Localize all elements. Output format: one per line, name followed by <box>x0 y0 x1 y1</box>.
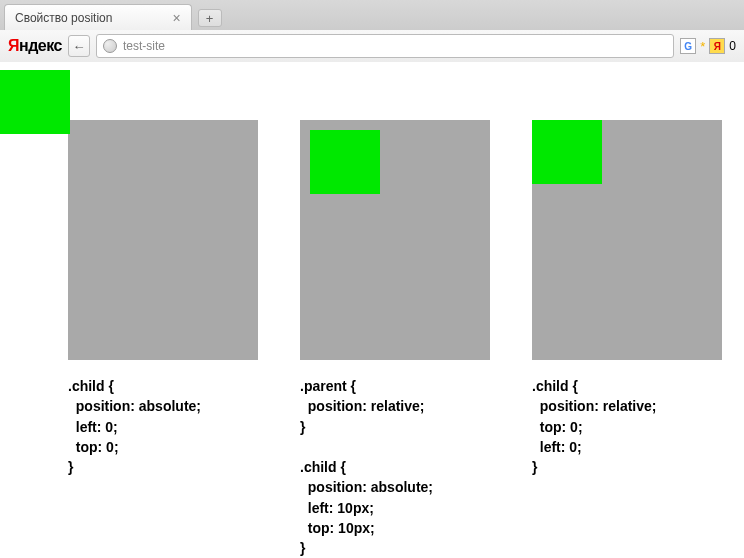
browser-tab[interactable]: Свойство position × <box>4 4 192 30</box>
back-button[interactable]: ← <box>68 35 90 57</box>
new-tab-button[interactable]: + <box>198 9 222 27</box>
child-box-1 <box>0 70 70 134</box>
close-icon[interactable]: × <box>172 10 180 26</box>
url-input[interactable]: test-site <box>96 34 674 58</box>
yandex-logo: Яндекс <box>8 37 62 55</box>
notification-count: 0 <box>729 39 736 53</box>
code-block-2: .parent { position: relative; } .child {… <box>300 376 433 558</box>
toolbar-right: G * Я 0 <box>680 38 736 54</box>
page-content: .child { position: absolute; left: 0; to… <box>0 62 744 558</box>
url-text: test-site <box>123 39 165 53</box>
demo-container: .child { position: absolute; left: 0; to… <box>0 62 744 558</box>
tab-bar: Свойство position × + <box>0 0 744 30</box>
code-block-3: .child { position: relative; top: 0; lef… <box>532 376 656 477</box>
back-arrow-icon: ← <box>72 39 85 54</box>
google-icon[interactable]: G <box>680 38 696 54</box>
globe-icon <box>103 39 117 53</box>
child-box-2 <box>310 130 380 194</box>
yandex-icon[interactable]: Я <box>709 38 725 54</box>
child-box-3 <box>532 120 602 184</box>
code-block-1: .child { position: absolute; left: 0; to… <box>68 376 201 477</box>
parent-box-1 <box>68 120 258 360</box>
bookmark-star-icon[interactable]: * <box>700 39 705 54</box>
tab-title: Свойство position <box>15 11 112 25</box>
address-bar: Яндекс ← test-site G * Я 0 <box>0 30 744 62</box>
plus-icon: + <box>206 11 214 26</box>
browser-chrome: Свойство position × + Яндекс ← test-site… <box>0 0 744 63</box>
